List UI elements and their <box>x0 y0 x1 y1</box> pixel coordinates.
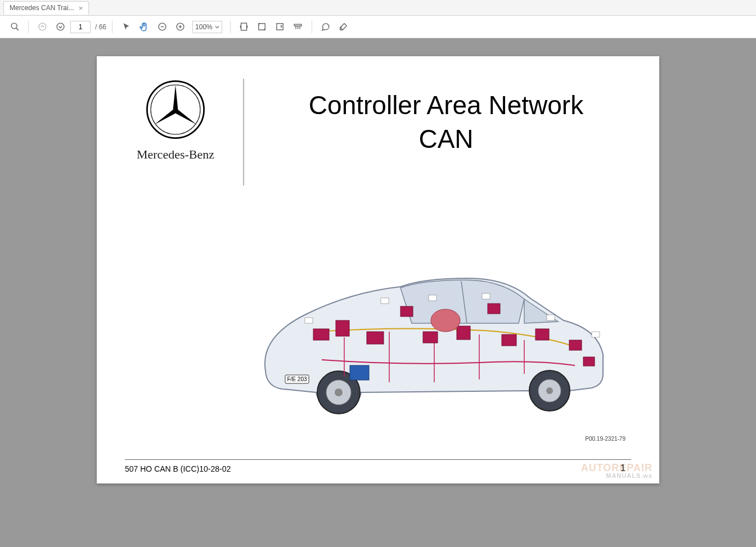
document-tab[interactable]: Mercedes CAN Trai... × <box>3 1 89 15</box>
hand-icon[interactable] <box>136 19 152 35</box>
brand-block: Mercedes-Benz <box>125 79 226 186</box>
svg-rect-36 <box>350 365 369 380</box>
tab-bar: Mercedes CAN Trai... × <box>0 0 756 16</box>
zoom-value: 100% <box>195 23 213 31</box>
svg-rect-10 <box>259 24 265 30</box>
comment-icon[interactable] <box>318 19 334 35</box>
tab-title: Mercedes CAN Trai... <box>10 4 74 12</box>
toolbar: / 66 100% <box>0 16 756 38</box>
svg-rect-34 <box>569 340 582 350</box>
sign-icon[interactable] <box>336 19 352 35</box>
mercedes-logo-icon <box>145 79 206 141</box>
svg-rect-43 <box>592 332 600 337</box>
fit-width-icon[interactable] <box>236 19 252 35</box>
page-header: Mercedes-Benz Controller Area Network CA… <box>125 79 631 186</box>
svg-rect-12 <box>294 24 302 26</box>
toolbar-separator <box>28 21 29 33</box>
svg-rect-41 <box>482 293 490 299</box>
svg-rect-31 <box>488 304 500 314</box>
svg-rect-25 <box>313 329 329 340</box>
pointer-icon[interactable] <box>118 19 134 35</box>
svg-rect-11 <box>277 24 283 30</box>
rotate-icon[interactable] <box>272 19 288 35</box>
chevron-down-icon <box>215 25 219 29</box>
header-divider <box>243 79 244 186</box>
car-diagram: F/E 203 <box>232 247 626 427</box>
svg-point-37 <box>431 309 460 332</box>
footer-doc-id: 507 HO CAN B (ICC)10-28-02 <box>125 464 231 473</box>
toolbar-separator <box>112 21 112 33</box>
brand-name: Mercedes-Benz <box>125 147 226 162</box>
toolbar-separator <box>230 21 231 33</box>
svg-point-0 <box>11 23 17 29</box>
document-viewer[interactable]: Mercedes-Benz Controller Area Network CA… <box>0 38 756 547</box>
svg-rect-40 <box>429 295 436 301</box>
svg-rect-30 <box>457 326 470 340</box>
car-plate-label: F/E 203 <box>287 376 307 382</box>
svg-point-24 <box>546 387 553 394</box>
svg-rect-28 <box>400 306 413 317</box>
zoom-level-select[interactable]: 100% <box>192 21 222 33</box>
svg-rect-29 <box>423 332 438 343</box>
svg-rect-38 <box>305 318 313 323</box>
svg-rect-32 <box>502 334 516 346</box>
figure-code: P00.19-2321-79 <box>585 436 626 442</box>
svg-rect-27 <box>367 332 384 344</box>
svg-rect-33 <box>536 329 549 340</box>
svg-rect-35 <box>583 357 595 366</box>
page-number-input[interactable] <box>70 21 91 33</box>
reading-mode-icon[interactable] <box>290 19 306 35</box>
page-total-label: / 66 <box>95 23 106 31</box>
document-title: Controller Area Network CAN <box>261 89 631 156</box>
svg-rect-42 <box>547 315 555 320</box>
title-block: Controller Area Network CAN <box>261 79 631 186</box>
toolbar-separator <box>312 21 312 33</box>
page-down-icon[interactable] <box>52 19 68 35</box>
svg-rect-26 <box>336 320 349 336</box>
close-icon[interactable]: × <box>79 4 83 12</box>
zoom-in-icon[interactable] <box>172 19 188 35</box>
document-page: Mercedes-Benz Controller Area Network CA… <box>97 56 659 483</box>
svg-point-3 <box>57 23 64 30</box>
page-up-icon[interactable] <box>34 19 50 35</box>
zoom-out-icon[interactable] <box>154 19 170 35</box>
footer-divider <box>125 459 631 460</box>
watermark: AUTOREPAIR MANUALS.ws <box>581 463 652 479</box>
fit-page-icon[interactable] <box>254 19 270 35</box>
svg-rect-9 <box>241 23 247 30</box>
svg-point-2 <box>39 23 46 30</box>
svg-rect-39 <box>381 298 389 304</box>
svg-point-21 <box>335 388 343 396</box>
svg-line-1 <box>16 28 18 30</box>
search-icon[interactable] <box>7 19 22 35</box>
